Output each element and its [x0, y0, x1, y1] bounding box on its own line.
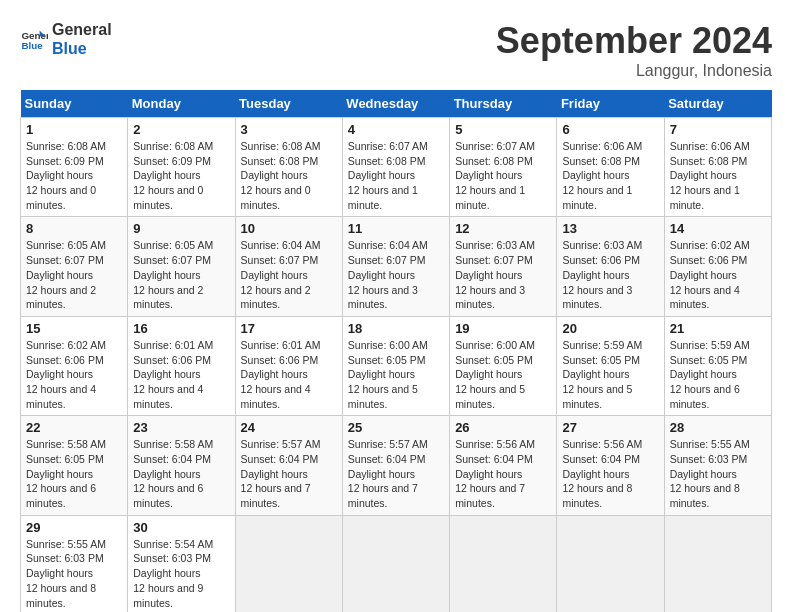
weekday-header: Wednesday [342, 90, 449, 118]
day-info: Sunrise: 6:04 AM Sunset: 6:07 PM Dayligh… [241, 238, 337, 311]
day-number: 8 [26, 221, 122, 236]
day-number: 9 [133, 221, 229, 236]
day-number: 23 [133, 420, 229, 435]
day-number: 26 [455, 420, 551, 435]
logo: General Blue General Blue [20, 20, 112, 58]
day-number: 27 [562, 420, 658, 435]
calendar-cell: 29 Sunrise: 5:55 AM Sunset: 6:03 PM Dayl… [21, 515, 128, 612]
day-number: 28 [670, 420, 766, 435]
day-info: Sunrise: 6:03 AM Sunset: 6:06 PM Dayligh… [562, 238, 658, 311]
page-header: General Blue General Blue September 2024… [20, 20, 772, 80]
day-info: Sunrise: 6:03 AM Sunset: 6:07 PM Dayligh… [455, 238, 551, 311]
calendar-cell: 30 Sunrise: 5:54 AM Sunset: 6:03 PM Dayl… [128, 515, 235, 612]
day-info: Sunrise: 6:06 AM Sunset: 6:08 PM Dayligh… [562, 139, 658, 212]
day-info: Sunrise: 6:05 AM Sunset: 6:07 PM Dayligh… [133, 238, 229, 311]
calendar-cell: 12 Sunrise: 6:03 AM Sunset: 6:07 PM Dayl… [450, 217, 557, 316]
calendar-cell: 26 Sunrise: 5:56 AM Sunset: 6:04 PM Dayl… [450, 416, 557, 515]
day-number: 12 [455, 221, 551, 236]
day-number: 21 [670, 321, 766, 336]
day-info: Sunrise: 6:00 AM Sunset: 6:05 PM Dayligh… [455, 338, 551, 411]
day-info: Sunrise: 6:01 AM Sunset: 6:06 PM Dayligh… [241, 338, 337, 411]
day-number: 1 [26, 122, 122, 137]
calendar-cell: 25 Sunrise: 5:57 AM Sunset: 6:04 PM Dayl… [342, 416, 449, 515]
day-info: Sunrise: 6:01 AM Sunset: 6:06 PM Dayligh… [133, 338, 229, 411]
day-number: 29 [26, 520, 122, 535]
day-info: Sunrise: 6:02 AM Sunset: 6:06 PM Dayligh… [26, 338, 122, 411]
day-number: 4 [348, 122, 444, 137]
day-info: Sunrise: 5:59 AM Sunset: 6:05 PM Dayligh… [670, 338, 766, 411]
day-info: Sunrise: 6:04 AM Sunset: 6:07 PM Dayligh… [348, 238, 444, 311]
day-number: 25 [348, 420, 444, 435]
calendar-cell: 11 Sunrise: 6:04 AM Sunset: 6:07 PM Dayl… [342, 217, 449, 316]
calendar-cell: 24 Sunrise: 5:57 AM Sunset: 6:04 PM Dayl… [235, 416, 342, 515]
day-info: Sunrise: 5:56 AM Sunset: 6:04 PM Dayligh… [562, 437, 658, 510]
day-number: 15 [26, 321, 122, 336]
day-info: Sunrise: 6:08 AM Sunset: 6:09 PM Dayligh… [26, 139, 122, 212]
day-info: Sunrise: 6:07 AM Sunset: 6:08 PM Dayligh… [455, 139, 551, 212]
day-info: Sunrise: 6:06 AM Sunset: 6:08 PM Dayligh… [670, 139, 766, 212]
calendar-cell: 18 Sunrise: 6:00 AM Sunset: 6:05 PM Dayl… [342, 316, 449, 415]
day-info: Sunrise: 5:55 AM Sunset: 6:03 PM Dayligh… [670, 437, 766, 510]
day-info: Sunrise: 6:00 AM Sunset: 6:05 PM Dayligh… [348, 338, 444, 411]
day-number: 19 [455, 321, 551, 336]
day-number: 18 [348, 321, 444, 336]
day-number: 6 [562, 122, 658, 137]
location: Langgur, Indonesia [496, 62, 772, 80]
calendar-week-row: 22 Sunrise: 5:58 AM Sunset: 6:05 PM Dayl… [21, 416, 772, 515]
day-info: Sunrise: 5:58 AM Sunset: 6:04 PM Dayligh… [133, 437, 229, 510]
day-info: Sunrise: 5:55 AM Sunset: 6:03 PM Dayligh… [26, 537, 122, 610]
day-info: Sunrise: 6:08 AM Sunset: 6:08 PM Dayligh… [241, 139, 337, 212]
calendar-week-row: 1 Sunrise: 6:08 AM Sunset: 6:09 PM Dayli… [21, 118, 772, 217]
day-info: Sunrise: 6:05 AM Sunset: 6:07 PM Dayligh… [26, 238, 122, 311]
calendar-cell: 10 Sunrise: 6:04 AM Sunset: 6:07 PM Dayl… [235, 217, 342, 316]
day-info: Sunrise: 5:59 AM Sunset: 6:05 PM Dayligh… [562, 338, 658, 411]
calendar-cell: 17 Sunrise: 6:01 AM Sunset: 6:06 PM Dayl… [235, 316, 342, 415]
calendar-cell: 20 Sunrise: 5:59 AM Sunset: 6:05 PM Dayl… [557, 316, 664, 415]
calendar-cell: 9 Sunrise: 6:05 AM Sunset: 6:07 PM Dayli… [128, 217, 235, 316]
calendar-cell: 7 Sunrise: 6:06 AM Sunset: 6:08 PM Dayli… [664, 118, 771, 217]
day-info: Sunrise: 5:57 AM Sunset: 6:04 PM Dayligh… [241, 437, 337, 510]
calendar-week-row: 29 Sunrise: 5:55 AM Sunset: 6:03 PM Dayl… [21, 515, 772, 612]
calendar-cell: 5 Sunrise: 6:07 AM Sunset: 6:08 PM Dayli… [450, 118, 557, 217]
logo-text: General Blue [52, 20, 112, 58]
day-number: 30 [133, 520, 229, 535]
logo-icon: General Blue [20, 25, 48, 53]
day-number: 16 [133, 321, 229, 336]
day-number: 17 [241, 321, 337, 336]
calendar-cell: 19 Sunrise: 6:00 AM Sunset: 6:05 PM Dayl… [450, 316, 557, 415]
calendar-cell: 27 Sunrise: 5:56 AM Sunset: 6:04 PM Dayl… [557, 416, 664, 515]
weekday-header: Tuesday [235, 90, 342, 118]
weekday-header: Thursday [450, 90, 557, 118]
day-info: Sunrise: 6:02 AM Sunset: 6:06 PM Dayligh… [670, 238, 766, 311]
weekday-header: Monday [128, 90, 235, 118]
day-info: Sunrise: 6:07 AM Sunset: 6:08 PM Dayligh… [348, 139, 444, 212]
day-number: 14 [670, 221, 766, 236]
calendar-cell [557, 515, 664, 612]
calendar-cell: 14 Sunrise: 6:02 AM Sunset: 6:06 PM Dayl… [664, 217, 771, 316]
calendar-cell: 3 Sunrise: 6:08 AM Sunset: 6:08 PM Dayli… [235, 118, 342, 217]
day-info: Sunrise: 5:54 AM Sunset: 6:03 PM Dayligh… [133, 537, 229, 610]
weekday-header: Friday [557, 90, 664, 118]
weekday-header-row: SundayMondayTuesdayWednesdayThursdayFrid… [21, 90, 772, 118]
calendar-cell: 13 Sunrise: 6:03 AM Sunset: 6:06 PM Dayl… [557, 217, 664, 316]
day-number: 22 [26, 420, 122, 435]
svg-text:Blue: Blue [21, 40, 43, 51]
calendar-cell [664, 515, 771, 612]
day-number: 5 [455, 122, 551, 137]
calendar-cell: 2 Sunrise: 6:08 AM Sunset: 6:09 PM Dayli… [128, 118, 235, 217]
day-info: Sunrise: 5:56 AM Sunset: 6:04 PM Dayligh… [455, 437, 551, 510]
calendar-cell: 28 Sunrise: 5:55 AM Sunset: 6:03 PM Dayl… [664, 416, 771, 515]
day-number: 20 [562, 321, 658, 336]
day-number: 24 [241, 420, 337, 435]
day-number: 10 [241, 221, 337, 236]
day-number: 3 [241, 122, 337, 137]
calendar-cell: 6 Sunrise: 6:06 AM Sunset: 6:08 PM Dayli… [557, 118, 664, 217]
title-block: September 2024 Langgur, Indonesia [496, 20, 772, 80]
calendar-cell [450, 515, 557, 612]
weekday-header: Sunday [21, 90, 128, 118]
calendar-cell: 23 Sunrise: 5:58 AM Sunset: 6:04 PM Dayl… [128, 416, 235, 515]
day-number: 2 [133, 122, 229, 137]
calendar-cell: 16 Sunrise: 6:01 AM Sunset: 6:06 PM Dayl… [128, 316, 235, 415]
day-info: Sunrise: 6:08 AM Sunset: 6:09 PM Dayligh… [133, 139, 229, 212]
calendar-cell: 21 Sunrise: 5:59 AM Sunset: 6:05 PM Dayl… [664, 316, 771, 415]
